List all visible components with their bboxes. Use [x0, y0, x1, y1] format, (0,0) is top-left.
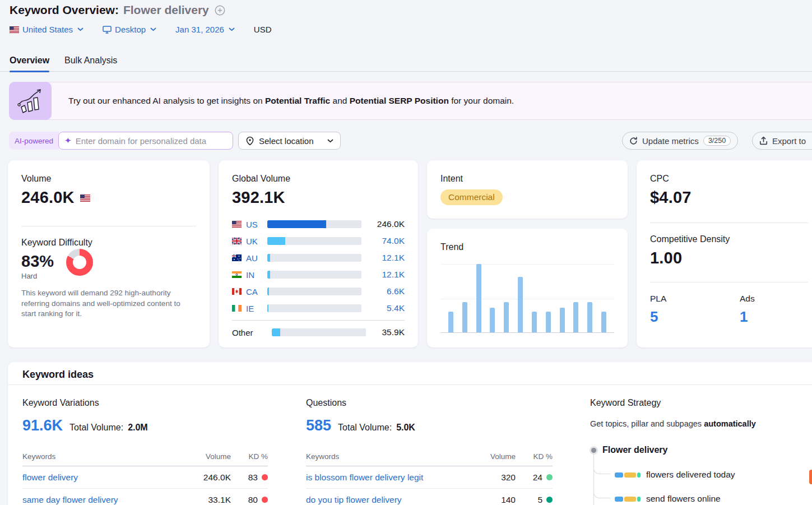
questions-count[interactable]: 585	[306, 417, 331, 434]
update-metrics-button[interactable]: Update metrics 3/250	[622, 132, 738, 150]
ads-value[interactable]: 1	[740, 308, 755, 326]
intent-label: Intent	[440, 174, 614, 184]
tree-connector	[593, 463, 610, 474]
location-pin-icon	[245, 136, 254, 146]
competitive-density-label: Competitive Density	[650, 234, 808, 244]
country-filter[interactable]: United States	[10, 25, 83, 34]
update-quota-badge: 3/250	[703, 136, 731, 146]
volume-cell: 246.0K	[180, 466, 231, 489]
column-header: Keywords	[22, 449, 180, 466]
trend-bar	[504, 302, 509, 332]
select-location-button[interactable]: Select location	[238, 132, 341, 150]
trend-bar	[573, 302, 578, 332]
ai-analysis-banner[interactable]: Try out our enhanced AI analysis to get …	[9, 82, 812, 120]
us-flag-icon	[232, 221, 242, 228]
trend-label: Trend	[440, 242, 614, 252]
keyword-ideas-card: Keyword ideas Keyword Variations 91.6K T…	[8, 362, 812, 505]
country-code-link[interactable]: IE	[242, 304, 267, 313]
country-code-link[interactable]: IN	[242, 270, 267, 280]
questions-total: 5.0K	[396, 423, 415, 433]
volume-label: Volume	[21, 174, 196, 184]
pla-value[interactable]: 5	[650, 308, 740, 326]
export-icon	[759, 136, 768, 145]
page-keyword: Flower delivery	[123, 3, 209, 17]
column-header: KD %	[516, 449, 553, 466]
keyword-link[interactable]: do you tip flower delivery	[306, 495, 402, 504]
variations-count[interactable]: 91.6K	[22, 417, 63, 434]
variations-total: 2.0M	[128, 423, 148, 433]
ads-label: Ads	[740, 294, 755, 304]
country-code-link[interactable]: CA	[242, 287, 267, 296]
table-row[interactable]: is blossom flower delivery legit 320 24	[306, 466, 553, 489]
export-button[interactable]: Export to	[752, 132, 812, 150]
country-row: UK 74.0K	[232, 233, 405, 249]
table-row[interactable]: flower delivery 246.0K 83	[22, 466, 268, 489]
variations-total-label: Total Volume:	[69, 423, 123, 433]
other-row: Other 35.9K	[232, 324, 405, 341]
chevron-down-icon	[327, 139, 333, 143]
keyword-link[interactable]: is blossom flower delivery legit	[306, 472, 423, 482]
table-row[interactable]: same day flower delivery 33.1K 80	[22, 489, 268, 505]
trend-bar	[448, 312, 453, 332]
kd-value: 24	[533, 472, 542, 483]
floating-widget-tab[interactable]	[809, 470, 812, 484]
intent-card: Intent Commercial	[427, 160, 628, 219]
tab-overview[interactable]: Overview	[10, 49, 49, 71]
sparkle-icon: ✦	[64, 136, 72, 146]
variations-table: Keywords Volume KD % flower delivery 246…	[22, 449, 268, 505]
kd-dot	[546, 474, 553, 480]
divider	[8, 384, 812, 385]
country-volume[interactable]: 74.0K	[361, 236, 405, 246]
global-volume-label: Global Volume	[232, 174, 405, 184]
trend-bar	[601, 312, 606, 332]
add-keyword-icon[interactable]	[215, 5, 225, 16]
keyword-link[interactable]: same day flower delivery	[22, 495, 118, 504]
country-row: IE 5.4K	[232, 300, 405, 317]
volume-cell: 33.1K	[180, 489, 231, 505]
country-volume[interactable]: 6.6K	[361, 286, 405, 296]
volume-cell: 140	[465, 489, 516, 505]
cpc-value: $4.07	[650, 188, 808, 207]
keyword-link[interactable]: flower delivery	[22, 472, 78, 482]
country-code-link[interactable]: US	[242, 220, 267, 229]
strategy-heading: Keyword Strategy	[590, 398, 812, 408]
kd-value: 5	[537, 495, 542, 505]
au-flag-icon	[232, 254, 242, 261]
domain-input[interactable]	[76, 136, 227, 146]
chevron-down-icon	[229, 27, 235, 31]
ai-powered-badge: AI-powered	[9, 132, 59, 150]
cpc-card: CPC $4.07 Competitive Density 1.00 PLA 5…	[637, 160, 812, 348]
other-volume: 35.9K	[366, 327, 405, 337]
country-row: AU 12.1K	[232, 249, 405, 266]
table-row[interactable]: do you tip flower delivery 140 5	[306, 489, 553, 505]
other-label: Other	[232, 328, 272, 337]
country-code-link[interactable]: UK	[242, 237, 267, 246]
questions-total-label: Total Volume:	[338, 423, 392, 433]
country-volume-list: US 246.0K UK 74.0K AU 12.1K IN 12.1K CA …	[232, 216, 405, 341]
strategy-tree: Flower delivery flowers delivered today …	[590, 445, 812, 504]
tab-bulk-analysis[interactable]: Bulk Analysis	[64, 49, 117, 71]
volume-value: 246.0K	[21, 188, 75, 207]
uk-flag-icon	[232, 238, 242, 244]
country-volume[interactable]: 5.4K	[361, 303, 405, 313]
strategy-subtitle: Get topics, pillar and subpages automati…	[590, 419, 812, 428]
device-filter[interactable]: Desktop	[103, 25, 156, 34]
date-filter[interactable]: Jan 31, 2026	[175, 25, 235, 34]
kd-value: 83	[248, 472, 258, 483]
trend-bar	[490, 308, 495, 332]
country-code-link[interactable]: AU	[242, 253, 267, 263]
questions-heading: Questions	[306, 398, 553, 408]
trend-bar	[587, 302, 592, 332]
chevron-down-icon	[150, 27, 156, 31]
tree-connector	[593, 454, 594, 505]
currency-label: USD	[254, 25, 272, 34]
country-volume[interactable]: 12.1K	[361, 253, 405, 263]
country-row: IN 12.1K	[232, 266, 405, 283]
country-volume[interactable]: 12.1K	[361, 270, 405, 280]
country-row: US 246.0K	[232, 216, 405, 233]
tree-connector	[593, 487, 610, 498]
global-volume-card: Global Volume 392.1K US 246.0K UK 74.0K …	[219, 160, 418, 348]
trend-bar	[476, 264, 481, 332]
divider	[232, 320, 405, 321]
keyword-variations-section: Keyword Variations 91.6K Total Volume: 2…	[22, 398, 268, 505]
